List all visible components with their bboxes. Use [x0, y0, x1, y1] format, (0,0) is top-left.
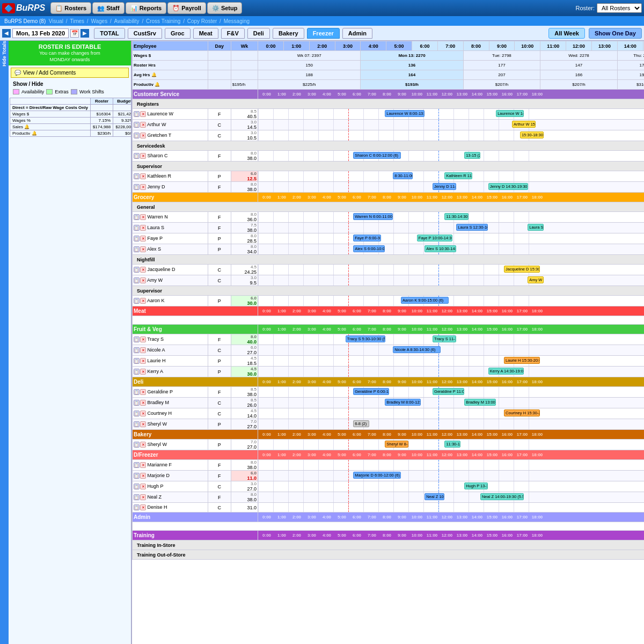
shift-bar[interactable]: Kathleen R 11:30-15	[444, 172, 472, 179]
shift-bar[interactable]: Tracy S 11-14 (3)	[433, 335, 456, 342]
delete-icon[interactable]: ✕	[140, 347, 146, 353]
setup-button[interactable]: ⚙️ Setup	[207, 2, 243, 14]
delete-icon[interactable]: ✕	[140, 184, 146, 190]
tab-fv[interactable]: F&V	[221, 28, 245, 39]
reports-button[interactable]: 📊 Reports	[126, 2, 167, 14]
shift-bar[interactable]: 13-15 (2)	[464, 152, 480, 159]
copy-icon[interactable]: 📋	[134, 122, 140, 128]
shift-bar[interactable]: Amy W	[528, 276, 544, 283]
copy-icon[interactable]: 📋	[134, 298, 140, 304]
show-one-day-button[interactable]: Show One Day	[589, 28, 642, 39]
shift-bar[interactable]: Neal Z 14:00-19:30 (5.5)	[480, 493, 524, 500]
tab-custsrv[interactable]: CustSrv	[128, 28, 162, 39]
copy-icon[interactable]: 📋	[134, 236, 140, 241]
shift-bar[interactable]: 15:30-18:30 (3)	[520, 131, 544, 138]
shift-bar[interactable]: Jenny D 14:30-19:30 (5)	[488, 183, 528, 190]
copy-icon[interactable]: 📋	[134, 358, 140, 364]
shift-bar[interactable]: 11:30-13:30	[444, 441, 460, 448]
shift-bar[interactable]: Laurence W 8:00-13:00 (5)	[385, 110, 425, 117]
shift-bar[interactable]: Arthur W 15-18 (3)	[512, 121, 536, 128]
shift-bar[interactable]: Jenny D 11-14 (3)	[433, 183, 456, 190]
shift-bar[interactable]: Geraldine P 6:00-10:30 (4.5)	[353, 388, 389, 395]
shift-bar[interactable]: Alex S 10:30-14:30 (4)	[425, 245, 456, 252]
delete-icon[interactable]: ✕	[140, 246, 146, 252]
copy-icon[interactable]: 📋	[134, 411, 140, 416]
tab-bakery[interactable]: Bakery	[273, 28, 304, 39]
delete-icon[interactable]: ✕	[140, 173, 146, 179]
staff-button[interactable]: 👥 Staff	[92, 2, 124, 14]
shift-bar[interactable]: Laurie H 15:30-20:00 (4.5)	[504, 357, 540, 364]
shift-bar[interactable]: Nicole A 8:30-14:30 (6)	[393, 346, 441, 353]
shift-bar[interactable]: Hugh P 13-16 (3)	[464, 482, 488, 489]
delete-icon[interactable]: ✕	[140, 504, 146, 510]
shift-bar[interactable]: Jacqueline D 15:30-20:00	[504, 266, 540, 273]
copy-icon[interactable]: 📋	[134, 442, 140, 448]
shift-bar[interactable]: Courtney H 15:30-20:00 (4	[504, 409, 540, 416]
copy-icon[interactable]: 📋	[134, 462, 140, 468]
shift-bar[interactable]: Alex S 6:00-10:00 (4)	[353, 245, 385, 252]
shift-bar[interactable]: Neal Z 10:30-13	[425, 493, 444, 500]
copy-icon[interactable]: 📋	[134, 473, 140, 479]
shift-bar[interactable]: Tracy S 5:30-10:30 (5)	[346, 335, 385, 342]
delete-icon[interactable]: ✕	[140, 442, 146, 448]
delete-icon[interactable]: ✕	[140, 389, 146, 395]
copy-icon[interactable]: 📋	[134, 267, 140, 273]
shift-bar[interactable]: Laura S 17-	[528, 224, 544, 231]
delete-icon[interactable]: ✕	[140, 298, 146, 304]
shift-bar[interactable]: Bradley M 13:00-17:00 (4)	[464, 399, 496, 406]
copy-icon[interactable]: 📋	[134, 173, 140, 179]
tab-meat[interactable]: Meat	[193, 28, 218, 39]
shift-bar[interactable]: 11:30-14:30 (3)	[444, 213, 468, 220]
delete-icon[interactable]: ✕	[140, 267, 146, 273]
tab-freezer[interactable]: Freezer	[307, 28, 340, 39]
copy-icon[interactable]: 📋	[134, 153, 140, 159]
copy-icon[interactable]: 📋	[134, 484, 140, 489]
delete-icon[interactable]: ✕	[140, 411, 146, 416]
view-comments-button[interactable]: 💬 View / Add Comments	[11, 68, 129, 78]
delete-icon[interactable]: ✕	[140, 225, 146, 231]
delete-icon[interactable]: ✕	[140, 473, 146, 479]
copy-icon[interactable]: 📋	[134, 400, 140, 406]
shift-bar[interactable]: Marjorie D 6:00-12:00 (6)	[353, 472, 401, 479]
tab-total[interactable]: TOTAL	[94, 28, 125, 39]
shift-bar[interactable]: Laura S 12:30-16:30 (4)	[456, 224, 488, 231]
shift-bar[interactable]: Bradley M 8:00-12:30 (4.5)	[385, 399, 421, 406]
shift-bar[interactable]: Kerry A 14:30-19:00 (4.5)	[488, 368, 524, 375]
payroll-button[interactable]: ⏰ Payroll	[167, 2, 206, 14]
rosters-button[interactable]: 📋 Rosters	[50, 2, 91, 14]
shift-bar[interactable]: Sharon C 6:00-12:00 (6)	[353, 152, 401, 159]
delete-icon[interactable]: ✕	[140, 358, 146, 364]
shift-bar[interactable]: 8:30-11:00 (2.5)	[393, 172, 413, 179]
delete-icon[interactable]: ✕	[140, 494, 146, 500]
copy-icon[interactable]: 📋	[134, 214, 140, 220]
calendar-icon[interactable]: 📅	[70, 29, 79, 38]
delete-icon[interactable]: ✕	[140, 133, 146, 138]
tab-deli[interactable]: Deli	[247, 28, 270, 39]
prev-date-button[interactable]: ◀	[2, 29, 11, 38]
copy-icon[interactable]: 📋	[134, 369, 140, 375]
copy-icon[interactable]: 📋	[134, 133, 140, 138]
copy-icon[interactable]: 📋	[134, 421, 140, 427]
delete-icon[interactable]: ✕	[140, 484, 146, 489]
delete-icon[interactable]: ✕	[140, 369, 146, 375]
delete-icon[interactable]: ✕	[140, 122, 146, 128]
copy-icon[interactable]: 📋	[134, 225, 140, 231]
delete-icon[interactable]: ✕	[140, 214, 146, 220]
copy-icon[interactable]: 📋	[134, 504, 140, 510]
shift-bar[interactable]: Laurence W 14-17:30	[496, 110, 524, 117]
delete-icon[interactable]: ✕	[140, 421, 146, 427]
copy-icon[interactable]: 📋	[134, 336, 140, 342]
shift-bar[interactable]: Faye P 6:00-9:30 (3.5)	[353, 235, 381, 241]
next-date-button[interactable]: ▶	[80, 29, 89, 38]
delete-icon[interactable]: ✕	[140, 277, 146, 283]
tab-admin[interactable]: Admin	[342, 28, 372, 39]
copy-icon[interactable]: 📋	[134, 347, 140, 353]
tab-groc[interactable]: Groc	[165, 28, 191, 39]
delete-icon[interactable]: ✕	[140, 400, 146, 406]
shift-bar[interactable]: Sheryl W 8-11 (3)	[385, 441, 408, 448]
copy-icon[interactable]: 📋	[134, 184, 140, 190]
roster-dropdown[interactable]: All Rosters	[597, 3, 642, 13]
main-roster-scroll[interactable]: Employee Day Wk 0:00 1:00 2:00 3:00 4:00…	[132, 41, 644, 644]
hide-totals-sidebar[interactable]: Hide Totals	[0, 41, 9, 644]
delete-icon[interactable]: ✕	[140, 236, 146, 241]
